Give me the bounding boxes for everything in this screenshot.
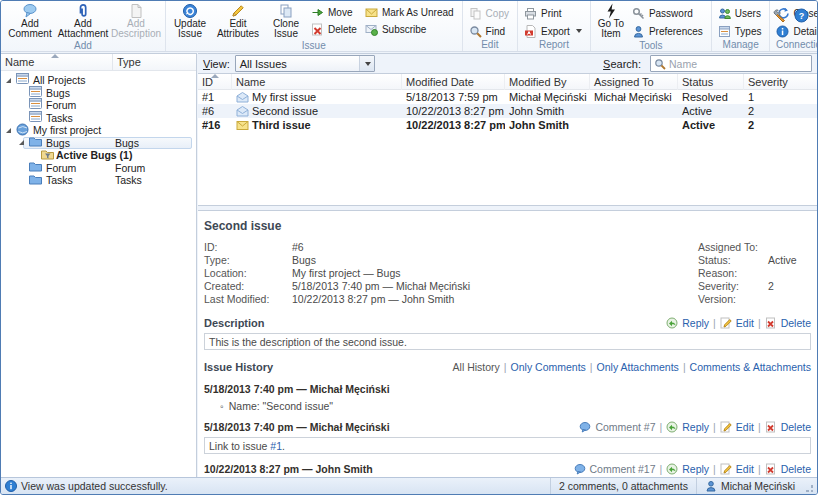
last-modified-label: Last Modified: — [204, 293, 292, 306]
paperclip-icon — [75, 3, 91, 19]
tree-item-tasks-global[interactable]: Tasks — [1, 112, 196, 125]
issue-modified-date: 10/22/2013 8:27 pm — [402, 104, 505, 118]
find-magnifier-icon — [469, 25, 482, 38]
subscribe-button[interactable]: Subscribe — [362, 21, 459, 37]
issue-status: Resolved — [678, 90, 744, 104]
types-button[interactable]: Types — [715, 23, 767, 39]
users-button[interactable]: Users — [715, 5, 767, 21]
project-icon — [16, 123, 29, 138]
update-issue-button[interactable]: Update Issue — [169, 2, 211, 40]
expander-icon[interactable] — [6, 78, 11, 83]
issue-1-link[interactable]: #1 — [270, 440, 282, 452]
tree-item-bugs-global[interactable]: Bugs — [1, 87, 196, 100]
issue-modified-by: John Smith — [505, 118, 590, 132]
filter-all-history[interactable]: All History — [453, 361, 500, 373]
description-delete-link[interactable]: Delete — [781, 317, 811, 329]
mark-as-unread-button[interactable]: Mark As Unread — [362, 4, 459, 20]
reply-icon — [666, 463, 678, 475]
search-label: Search: — [603, 58, 641, 70]
issue-title: Second issue — [204, 219, 811, 233]
tree-item-all-projects[interactable]: All Projects — [1, 74, 196, 87]
column-name[interactable]: Name — [232, 74, 402, 90]
details-button[interactable]: Details — [773, 23, 818, 39]
go-to-item-button[interactable]: Go To Item — [594, 2, 628, 40]
type-label: Type: — [204, 254, 292, 267]
sidebar-column-type[interactable]: Type — [113, 54, 145, 70]
delete-icon — [765, 421, 777, 433]
column-severity[interactable]: Severity — [744, 74, 817, 90]
column-status[interactable]: Status — [678, 74, 744, 90]
delete-button[interactable]: Delete — [308, 21, 362, 37]
tree-item-bugs-selected[interactable]: Bugs Bugs — [1, 137, 196, 150]
tree-item-label: Bugs — [46, 87, 70, 99]
edit-icon — [720, 463, 732, 475]
comment-delete-link[interactable]: Delete — [781, 421, 811, 433]
history-entry-2-body: Link to issue #1. — [204, 437, 811, 454]
tools-wrench-button[interactable] — [772, 8, 787, 23]
tree-item-tasks[interactable]: Tasks Tasks — [1, 174, 196, 187]
clone-issue-button[interactable]: Clone Issue — [265, 2, 307, 40]
filter-only-attachments[interactable]: Only Attachments — [597, 361, 679, 373]
comment-edit-link[interactable]: Edit — [736, 463, 754, 475]
edit-attributes-button[interactable]: Edit Attributes — [212, 2, 264, 40]
issue-row-3-unread[interactable]: #16 Third issue 10/22/2013 8:27 pm John … — [198, 118, 817, 132]
filter-comments-attachments[interactable]: Comments & Attachments — [690, 361, 811, 373]
add-attachment-button[interactable]: Add Attachment — [57, 2, 109, 40]
key-icon — [632, 7, 645, 20]
view-combobox[interactable]: All Issues — [235, 55, 375, 72]
sidebar-column-name[interactable]: Name — [1, 54, 113, 70]
export-button[interactable]: Export — [521, 23, 587, 39]
export-pdf-icon — [524, 25, 537, 38]
column-id[interactable]: ID — [198, 74, 232, 90]
comment-edit-link[interactable]: Edit — [736, 421, 754, 433]
issue-name: My first issue — [252, 91, 316, 103]
tree-item-forum[interactable]: Forum Forum — [1, 162, 196, 175]
info-icon — [776, 25, 789, 38]
issue-row-1[interactable]: #1 My first issue 5/18/2013 7:59 pm Mich… — [198, 90, 817, 104]
tree-item-label: Tasks — [46, 112, 73, 124]
find-button[interactable]: Find — [466, 23, 514, 39]
folder-icon — [29, 136, 42, 149]
print-button[interactable]: Print — [521, 5, 587, 21]
severity-label: Severity: — [698, 280, 768, 293]
comment-reply-link[interactable]: Reply — [682, 463, 709, 475]
move-button[interactable]: Move — [308, 4, 362, 20]
column-modified-date[interactable]: Modified Date — [402, 74, 505, 90]
column-modified-by[interactable]: Modified By — [505, 74, 590, 90]
sort-asc-icon — [51, 54, 59, 58]
issue-list-header: ID Name Modified Date Modified By Assign… — [198, 74, 817, 90]
read-envelope-icon — [236, 105, 249, 117]
tree-item-forum-global[interactable]: Forum — [1, 99, 196, 112]
history-entry-1-item: Name: "Second issue" — [204, 400, 811, 412]
issue-assigned-to: Michał Męciński — [590, 90, 678, 104]
description-edit-link[interactable]: Edit — [736, 317, 754, 329]
tree-item-active-bugs[interactable]: Active Bugs (1) — [1, 149, 196, 162]
combobox-dropdown-button[interactable] — [359, 56, 374, 71]
id-value: #6 — [292, 241, 304, 254]
add-comment-button[interactable]: Add Comment — [4, 2, 56, 40]
counts-text: 2 comments, 0 attachments — [559, 480, 688, 492]
clone-icon — [278, 3, 294, 19]
description-reply-link[interactable]: Reply — [682, 317, 709, 329]
resize-grip[interactable] — [803, 482, 815, 494]
add-attachment-label: Add Attachment — [57, 19, 109, 39]
issue-modified-by: John Smith — [505, 104, 590, 118]
group-label-edit: Edit — [466, 39, 514, 51]
tree-item-my-first-project[interactable]: My first project — [1, 124, 196, 137]
column-assigned-to-label: Assigned To — [594, 76, 654, 88]
filter-only-comments[interactable]: Only Comments — [511, 361, 586, 373]
export-dropdown-arrow[interactable] — [576, 29, 582, 33]
column-assigned-to[interactable]: Assigned To — [590, 74, 678, 90]
comment-reply-link[interactable]: Reply — [682, 421, 709, 433]
sort-asc-icon — [211, 74, 219, 78]
preferences-button[interactable]: Preferences — [629, 23, 708, 39]
expander-icon[interactable] — [6, 128, 11, 133]
issue-assigned-to — [590, 118, 678, 132]
issue-row-2-selected[interactable]: #6 Second issue 10/22/2013 8:27 pm John … — [198, 104, 817, 118]
comment-delete-link[interactable]: Delete — [781, 463, 811, 475]
help-button[interactable]: ? — [794, 8, 809, 23]
search-input[interactable] — [669, 58, 808, 70]
expander-icon[interactable] — [19, 140, 24, 145]
toolbar-group-report: Print Export Report — [518, 1, 591, 51]
password-button[interactable]: Password — [629, 5, 708, 21]
